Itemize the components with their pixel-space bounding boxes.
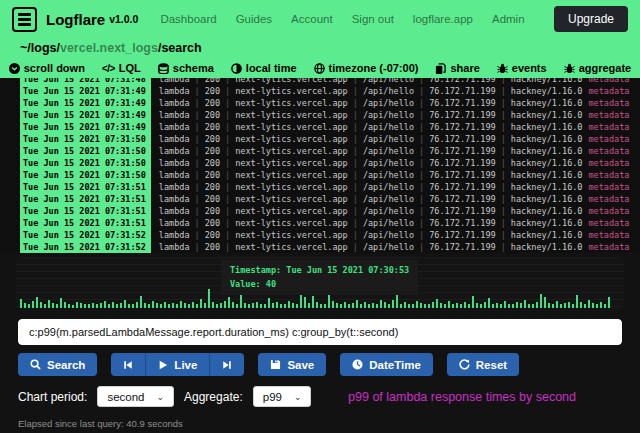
nav-logflare-app[interactable]: logflare.app (413, 13, 473, 25)
chart-bar[interactable] (448, 301, 450, 308)
chart-bar[interactable] (508, 304, 510, 308)
events-button[interactable]: events (497, 62, 547, 74)
chart-bar[interactable] (260, 304, 262, 308)
chart-bar[interactable] (188, 304, 190, 308)
breadcrumb-logs[interactable]: ~/logs/ (20, 41, 60, 55)
chart-bar[interactable] (584, 304, 586, 308)
metadata-link[interactable]: metadata (589, 78, 630, 84)
metadata-link[interactable]: metadata (589, 170, 630, 180)
chart-bar[interactable] (244, 303, 246, 308)
chart-bar[interactable] (560, 304, 562, 308)
chart-bar[interactable] (512, 304, 514, 308)
chart-bar[interactable] (228, 297, 230, 308)
chart-bar[interactable] (172, 303, 174, 308)
chart-bar[interactable] (232, 302, 234, 308)
chart-bar[interactable] (276, 302, 278, 308)
search-button[interactable]: Search (18, 353, 97, 376)
metadata-link[interactable]: metadata (589, 134, 630, 144)
chart-bar[interactable] (28, 304, 30, 308)
chart-bar[interactable] (368, 304, 370, 308)
datetime-button[interactable]: DateTime (340, 353, 433, 376)
chart-bar[interactable] (348, 304, 350, 308)
chart-bar[interactable] (400, 304, 402, 308)
chart-bar[interactable] (408, 304, 410, 308)
chart-bar[interactable] (248, 304, 250, 308)
chart-bar[interactable] (604, 304, 606, 308)
chart-bar[interactable] (340, 304, 342, 308)
schema-button[interactable]: schema (158, 62, 214, 74)
chart-bar[interactable] (144, 303, 146, 308)
chart-bar[interactable] (148, 304, 150, 308)
chart-bar[interactable] (496, 303, 498, 308)
chart-bar[interactable] (568, 302, 570, 308)
lql-button[interactable]: </> LQL (102, 62, 141, 74)
chart-bar[interactable] (404, 302, 406, 308)
chart-bar[interactable] (256, 302, 258, 308)
log-event-list[interactable]: Tue Jun 15 2021 07:31:48lambda|200|next-… (0, 78, 640, 253)
local-time-button[interactable]: local time (231, 62, 297, 74)
chart-bar[interactable] (104, 301, 106, 308)
chart-bar[interactable] (564, 303, 566, 308)
chart-bar[interactable] (548, 303, 550, 308)
chart-bar[interactable] (40, 302, 42, 308)
chart-bar[interactable] (296, 304, 298, 308)
chart-bar[interactable] (320, 304, 322, 308)
chart-bar[interactable] (576, 295, 578, 308)
chart-bar[interactable] (280, 304, 282, 308)
metadata-link[interactable]: metadata (589, 146, 630, 156)
metadata-link[interactable]: metadata (589, 230, 630, 240)
events-chart[interactable]: Timestamp: Tue Jun 15 2021 07:30:53 Valu… (16, 257, 624, 311)
nav-sign-out[interactable]: Sign out (352, 13, 394, 25)
chart-bar[interactable] (184, 303, 186, 308)
chart-bar[interactable] (544, 297, 546, 308)
log-row[interactable]: Tue Jun 15 2021 07:31:51lambda|200|next-… (20, 217, 640, 229)
metadata-link[interactable]: metadata (589, 86, 630, 96)
aggregate-select[interactable]: p99 ⌄ (253, 386, 312, 407)
chart-bar[interactable] (452, 304, 454, 308)
chart-bar[interactable] (60, 298, 62, 308)
live-button[interactable]: Live (146, 353, 210, 376)
logflare-logo-icon[interactable] (12, 7, 37, 32)
chart-bar[interactable] (540, 294, 542, 308)
chart-bar[interactable] (536, 302, 538, 308)
log-row[interactable]: Tue Jun 15 2021 07:31:48lambda|200|next-… (20, 78, 640, 85)
chart-bar[interactable] (392, 300, 394, 308)
share-button[interactable]: share (435, 62, 479, 74)
metadata-link[interactable]: metadata (589, 218, 630, 228)
chart-bar[interactable] (608, 297, 610, 308)
chart-bar[interactable] (504, 301, 506, 308)
timezone-button[interactable]: timezone (-07:00) (314, 62, 419, 74)
chart-bar[interactable] (464, 302, 466, 308)
chart-bar[interactable] (480, 304, 482, 308)
save-button[interactable]: Save (258, 353, 326, 376)
metadata-link[interactable]: metadata (589, 158, 630, 168)
chart-bar[interactable] (444, 304, 446, 308)
log-row[interactable]: Tue Jun 15 2021 07:31:50lambda|200|next-… (20, 157, 640, 169)
chart-bar[interactable] (204, 303, 206, 308)
chart-bar[interactable] (384, 302, 386, 308)
chart-bar[interactable] (364, 302, 366, 308)
metadata-link[interactable]: metadata (589, 98, 630, 108)
chart-bar[interactable] (236, 304, 238, 308)
chart-bar[interactable] (68, 304, 70, 308)
chart-bar[interactable] (588, 300, 590, 308)
chart-bar[interactable] (460, 304, 462, 308)
chart-bar[interactable] (356, 300, 358, 308)
chart-bar[interactable] (140, 296, 142, 308)
chart-bar[interactable] (520, 303, 522, 308)
chart-bar[interactable] (20, 299, 22, 308)
chart-bar[interactable] (336, 303, 338, 308)
chart-bar[interactable] (344, 302, 346, 308)
chart-bar[interactable] (308, 303, 310, 308)
chart-bar[interactable] (416, 301, 418, 308)
chart-bar[interactable] (36, 297, 38, 308)
chart-bar[interactable] (440, 303, 442, 308)
chart-bar[interactable] (516, 302, 518, 308)
chart-bar[interactable] (268, 298, 270, 308)
log-row[interactable]: Tue Jun 15 2021 07:31:52lambda|200|next-… (20, 241, 640, 253)
chart-bar[interactable] (476, 303, 478, 308)
chart-bar[interactable] (168, 304, 170, 308)
chart-bar[interactable] (528, 304, 530, 308)
chart-bar[interactable] (360, 304, 362, 308)
chart-bar[interactable] (124, 300, 126, 308)
